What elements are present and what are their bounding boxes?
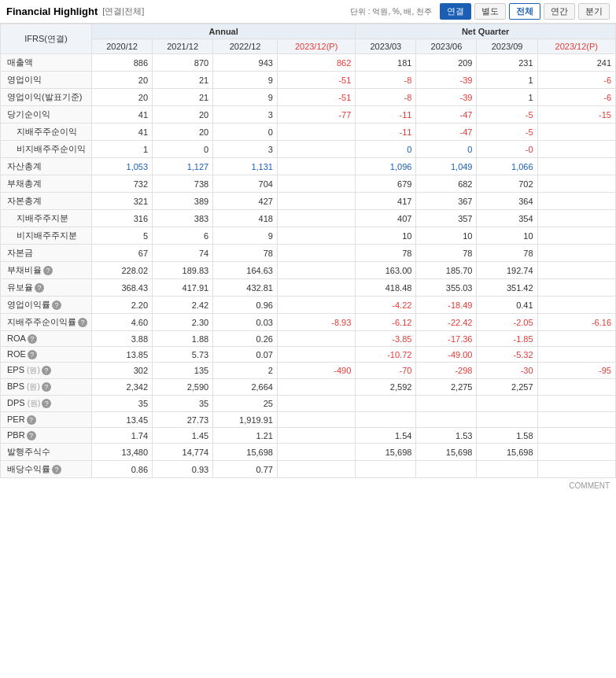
cell-value: 192.74: [477, 262, 537, 279]
cell-value: 27.73: [153, 412, 213, 428]
col-2023p: 2023/12(P): [277, 39, 355, 54]
btn-jeonche[interactable]: 전체: [509, 3, 540, 20]
cell-value: [277, 396, 355, 412]
table-row: 배당수익률?0.860.930.77: [1, 461, 616, 478]
cell-value: -6.16: [537, 314, 615, 331]
info-icon[interactable]: ?: [78, 318, 87, 327]
table-row: 영업이익(발표기준)20219-51-8-391-6: [1, 89, 616, 106]
info-icon[interactable]: ?: [43, 266, 53, 275]
row-label: 부채비율?: [1, 262, 92, 279]
cell-value: 2,664: [213, 379, 278, 396]
btn-byeoldo[interactable]: 별도: [474, 3, 506, 20]
cell-value: 738: [153, 175, 213, 193]
cell-value: 357: [416, 210, 477, 227]
comment-label: COMMENT: [569, 481, 610, 490]
cell-value: 181: [356, 54, 416, 72]
cell-value: 1,049: [416, 158, 477, 175]
cell-value: 9: [213, 89, 278, 106]
info-icon[interactable]: ?: [28, 350, 37, 359]
cell-value: 1,053: [92, 158, 153, 175]
cell-value: [277, 193, 355, 210]
row-label: ROA?: [1, 331, 92, 347]
info-icon[interactable]: ?: [42, 382, 51, 392]
cell-value: [277, 141, 355, 158]
cell-value: 5: [92, 227, 153, 245]
col-2020: 2020/12: [92, 39, 153, 54]
cell-value: 163.00: [356, 262, 416, 279]
cell-value: -77: [277, 106, 355, 123]
cell-value: [477, 412, 537, 428]
cell-value: [356, 461, 416, 478]
table-row: BPS (원)?2,3422,5902,6642,5922,2752,257: [1, 379, 616, 396]
cell-value: [416, 412, 477, 428]
info-icon[interactable]: ?: [42, 399, 51, 408]
row-label: 지배주주순이익: [1, 123, 92, 141]
info-icon[interactable]: ?: [42, 366, 51, 375]
cell-value: 10: [477, 227, 537, 245]
cell-value: 74: [153, 245, 213, 262]
cell-value: [537, 193, 615, 210]
info-icon[interactable]: ?: [52, 300, 61, 310]
cell-value: 427: [213, 193, 278, 210]
cell-value: [537, 412, 615, 428]
cell-value: [537, 141, 615, 158]
cell-value: 1.54: [356, 428, 416, 444]
cell-value: 1,096: [356, 158, 416, 175]
table-row: 유보율?368.43417.91432.81418.48355.03351.42: [1, 279, 616, 297]
cell-value: 0: [153, 141, 213, 158]
cell-value: 1: [92, 141, 153, 158]
header-links[interactable]: [연결|전체]: [102, 6, 144, 17]
cell-value: -17.36: [416, 331, 477, 347]
cell-value: [277, 379, 355, 396]
cell-value: 1,066: [477, 158, 537, 175]
info-icon[interactable]: ?: [35, 283, 44, 293]
info-icon[interactable]: ?: [52, 465, 61, 474]
cell-value: 241: [537, 54, 615, 72]
btn-yeongyeol[interactable]: 연결: [440, 3, 471, 20]
cell-value: 25: [213, 396, 278, 412]
cell-value: -30: [477, 363, 537, 379]
table-row: DPS (원)?353525: [1, 396, 616, 412]
cell-value: -4.22: [356, 297, 416, 314]
info-icon[interactable]: ?: [28, 334, 37, 344]
cell-value: 20: [153, 123, 213, 141]
cell-value: -15: [537, 106, 615, 123]
cell-value: 21: [153, 89, 213, 106]
cell-value: 302: [92, 363, 153, 379]
col-header-label: IFRS(연결): [1, 24, 92, 54]
cell-value: 15,698: [416, 444, 477, 461]
cell-value: 0.77: [213, 461, 278, 478]
row-label: PBR?: [1, 428, 92, 444]
cell-value: -490: [277, 363, 355, 379]
cell-value: -22.42: [416, 314, 477, 331]
table-row: 매출액886870943862181209231241: [1, 54, 616, 72]
cell-value: 15,698: [356, 444, 416, 461]
cell-value: 1,919.91: [213, 412, 278, 428]
cell-value: 20: [153, 106, 213, 123]
cell-value: 1.53: [416, 428, 477, 444]
table-row: 자산총계1,0531,1271,1311,0961,0491,066: [1, 158, 616, 175]
cell-value: -39: [416, 89, 477, 106]
cell-value: 389: [153, 193, 213, 210]
cell-value: -8: [356, 72, 416, 89]
cell-value: 20: [92, 89, 153, 106]
cell-value: 1: [477, 72, 537, 89]
cell-value: -47: [416, 106, 477, 123]
cell-value: 67: [92, 245, 153, 262]
table-row: 비지배주주지분569101010: [1, 227, 616, 245]
cell-value: [537, 175, 615, 193]
info-icon[interactable]: ?: [27, 415, 36, 425]
cell-value: -51: [277, 72, 355, 89]
cell-value: 0.07: [213, 347, 278, 363]
cell-value: -11: [356, 106, 416, 123]
cell-value: [416, 396, 477, 412]
info-icon[interactable]: ?: [27, 431, 36, 440]
cell-value: -3.85: [356, 331, 416, 347]
cell-value: 228.02: [92, 262, 153, 279]
cell-value: 417.91: [153, 279, 213, 297]
cell-value: 6: [153, 227, 213, 245]
cell-value: 1.74: [92, 428, 153, 444]
col-2021: 2021/12: [153, 39, 213, 54]
btn-bungi[interactable]: 분기: [578, 3, 610, 20]
btn-yeongan[interactable]: 연간: [544, 3, 575, 20]
